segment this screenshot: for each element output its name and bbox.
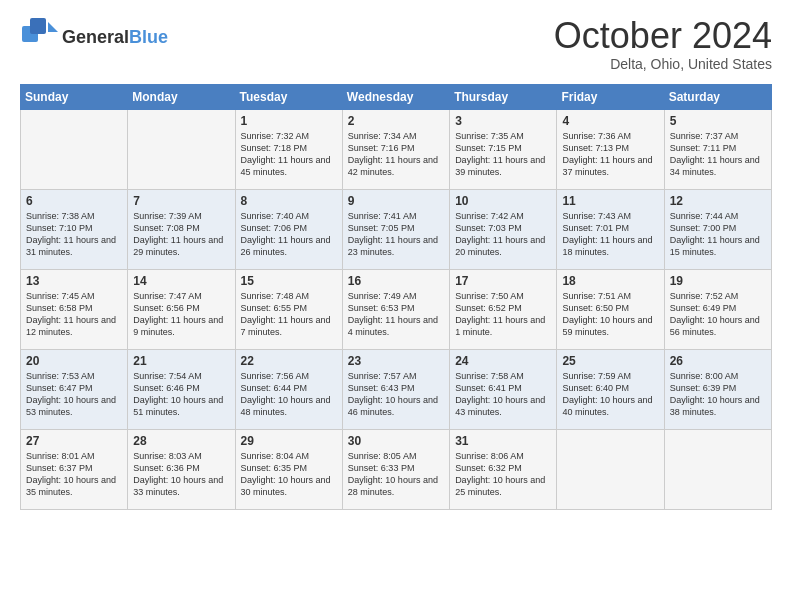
- week-row-4: 20Sunrise: 7:53 AM Sunset: 6:47 PM Dayli…: [21, 349, 772, 429]
- calendar-cell: 15Sunrise: 7:48 AM Sunset: 6:55 PM Dayli…: [235, 269, 342, 349]
- cell-info: Sunrise: 7:48 AM Sunset: 6:55 PM Dayligh…: [241, 290, 337, 339]
- day-number: 2: [348, 114, 444, 128]
- cell-info: Sunrise: 7:40 AM Sunset: 7:06 PM Dayligh…: [241, 210, 337, 259]
- week-row-2: 6Sunrise: 7:38 AM Sunset: 7:10 PM Daylig…: [21, 189, 772, 269]
- cell-info: Sunrise: 7:47 AM Sunset: 6:56 PM Dayligh…: [133, 290, 229, 339]
- cell-info: Sunrise: 7:51 AM Sunset: 6:50 PM Dayligh…: [562, 290, 658, 339]
- day-number: 19: [670, 274, 766, 288]
- calendar-cell: 2Sunrise: 7:34 AM Sunset: 7:16 PM Daylig…: [342, 109, 449, 189]
- calendar-cell: [128, 109, 235, 189]
- logo: GeneralBlue: [20, 16, 168, 58]
- cell-info: Sunrise: 7:57 AM Sunset: 6:43 PM Dayligh…: [348, 370, 444, 419]
- calendar-cell: 6Sunrise: 7:38 AM Sunset: 7:10 PM Daylig…: [21, 189, 128, 269]
- header-day-monday: Monday: [128, 84, 235, 109]
- day-number: 9: [348, 194, 444, 208]
- header-day-wednesday: Wednesday: [342, 84, 449, 109]
- cell-info: Sunrise: 7:49 AM Sunset: 6:53 PM Dayligh…: [348, 290, 444, 339]
- day-number: 27: [26, 434, 122, 448]
- cell-info: Sunrise: 7:54 AM Sunset: 6:46 PM Dayligh…: [133, 370, 229, 419]
- calendar-cell: 4Sunrise: 7:36 AM Sunset: 7:13 PM Daylig…: [557, 109, 664, 189]
- calendar-cell: 11Sunrise: 7:43 AM Sunset: 7:01 PM Dayli…: [557, 189, 664, 269]
- calendar-cell: 12Sunrise: 7:44 AM Sunset: 7:00 PM Dayli…: [664, 189, 771, 269]
- day-number: 15: [241, 274, 337, 288]
- calendar-cell: 1Sunrise: 7:32 AM Sunset: 7:18 PM Daylig…: [235, 109, 342, 189]
- cell-info: Sunrise: 7:38 AM Sunset: 7:10 PM Dayligh…: [26, 210, 122, 259]
- svg-rect-1: [30, 18, 46, 34]
- calendar-table: SundayMondayTuesdayWednesdayThursdayFrid…: [20, 84, 772, 510]
- calendar-cell: [21, 109, 128, 189]
- title-area: October 2024 Delta, Ohio, United States: [554, 16, 772, 72]
- calendar-cell: 28Sunrise: 8:03 AM Sunset: 6:36 PM Dayli…: [128, 429, 235, 509]
- day-number: 14: [133, 274, 229, 288]
- header: GeneralBlue October 2024 Delta, Ohio, Un…: [20, 16, 772, 72]
- header-day-thursday: Thursday: [450, 84, 557, 109]
- day-number: 5: [670, 114, 766, 128]
- cell-info: Sunrise: 7:50 AM Sunset: 6:52 PM Dayligh…: [455, 290, 551, 339]
- cell-info: Sunrise: 7:43 AM Sunset: 7:01 PM Dayligh…: [562, 210, 658, 259]
- calendar-cell: 5Sunrise: 7:37 AM Sunset: 7:11 PM Daylig…: [664, 109, 771, 189]
- day-number: 10: [455, 194, 551, 208]
- calendar-cell: 18Sunrise: 7:51 AM Sunset: 6:50 PM Dayli…: [557, 269, 664, 349]
- day-number: 7: [133, 194, 229, 208]
- cell-info: Sunrise: 8:05 AM Sunset: 6:33 PM Dayligh…: [348, 450, 444, 499]
- calendar-cell: 16Sunrise: 7:49 AM Sunset: 6:53 PM Dayli…: [342, 269, 449, 349]
- calendar-cell: 23Sunrise: 7:57 AM Sunset: 6:43 PM Dayli…: [342, 349, 449, 429]
- day-number: 31: [455, 434, 551, 448]
- calendar-cell: [664, 429, 771, 509]
- cell-info: Sunrise: 7:36 AM Sunset: 7:13 PM Dayligh…: [562, 130, 658, 179]
- calendar-cell: 29Sunrise: 8:04 AM Sunset: 6:35 PM Dayli…: [235, 429, 342, 509]
- day-number: 4: [562, 114, 658, 128]
- header-day-tuesday: Tuesday: [235, 84, 342, 109]
- cell-info: Sunrise: 7:45 AM Sunset: 6:58 PM Dayligh…: [26, 290, 122, 339]
- cell-info: Sunrise: 7:34 AM Sunset: 7:16 PM Dayligh…: [348, 130, 444, 179]
- day-number: 13: [26, 274, 122, 288]
- calendar-cell: 20Sunrise: 7:53 AM Sunset: 6:47 PM Dayli…: [21, 349, 128, 429]
- calendar-cell: 13Sunrise: 7:45 AM Sunset: 6:58 PM Dayli…: [21, 269, 128, 349]
- svg-marker-2: [48, 22, 58, 32]
- calendar-cell: 9Sunrise: 7:41 AM Sunset: 7:05 PM Daylig…: [342, 189, 449, 269]
- day-number: 25: [562, 354, 658, 368]
- day-number: 17: [455, 274, 551, 288]
- calendar-cell: 27Sunrise: 8:01 AM Sunset: 6:37 PM Dayli…: [21, 429, 128, 509]
- header-day-friday: Friday: [557, 84, 664, 109]
- cell-info: Sunrise: 7:59 AM Sunset: 6:40 PM Dayligh…: [562, 370, 658, 419]
- week-row-5: 27Sunrise: 8:01 AM Sunset: 6:37 PM Dayli…: [21, 429, 772, 509]
- day-number: 29: [241, 434, 337, 448]
- calendar-cell: 8Sunrise: 7:40 AM Sunset: 7:06 PM Daylig…: [235, 189, 342, 269]
- week-row-1: 1Sunrise: 7:32 AM Sunset: 7:18 PM Daylig…: [21, 109, 772, 189]
- day-number: 3: [455, 114, 551, 128]
- day-number: 12: [670, 194, 766, 208]
- day-number: 18: [562, 274, 658, 288]
- cell-info: Sunrise: 7:32 AM Sunset: 7:18 PM Dayligh…: [241, 130, 337, 179]
- cell-info: Sunrise: 7:41 AM Sunset: 7:05 PM Dayligh…: [348, 210, 444, 259]
- month-title: October 2024: [554, 16, 772, 56]
- day-number: 22: [241, 354, 337, 368]
- calendar-cell: 26Sunrise: 8:00 AM Sunset: 6:39 PM Dayli…: [664, 349, 771, 429]
- page: GeneralBlue October 2024 Delta, Ohio, Un…: [0, 0, 792, 526]
- location: Delta, Ohio, United States: [554, 56, 772, 72]
- calendar-cell: 25Sunrise: 7:59 AM Sunset: 6:40 PM Dayli…: [557, 349, 664, 429]
- day-number: 6: [26, 194, 122, 208]
- calendar-cell: 17Sunrise: 7:50 AM Sunset: 6:52 PM Dayli…: [450, 269, 557, 349]
- cell-info: Sunrise: 7:52 AM Sunset: 6:49 PM Dayligh…: [670, 290, 766, 339]
- calendar-cell: 24Sunrise: 7:58 AM Sunset: 6:41 PM Dayli…: [450, 349, 557, 429]
- day-number: 23: [348, 354, 444, 368]
- day-number: 20: [26, 354, 122, 368]
- calendar-cell: 14Sunrise: 7:47 AM Sunset: 6:56 PM Dayli…: [128, 269, 235, 349]
- day-number: 21: [133, 354, 229, 368]
- day-number: 1: [241, 114, 337, 128]
- day-number: 16: [348, 274, 444, 288]
- calendar-cell: 21Sunrise: 7:54 AM Sunset: 6:46 PM Dayli…: [128, 349, 235, 429]
- logo-icon: [20, 16, 58, 54]
- calendar-cell: 19Sunrise: 7:52 AM Sunset: 6:49 PM Dayli…: [664, 269, 771, 349]
- logo-text-blue: Blue: [129, 27, 168, 47]
- day-number: 28: [133, 434, 229, 448]
- calendar-cell: 31Sunrise: 8:06 AM Sunset: 6:32 PM Dayli…: [450, 429, 557, 509]
- calendar-cell: 10Sunrise: 7:42 AM Sunset: 7:03 PM Dayli…: [450, 189, 557, 269]
- cell-info: Sunrise: 7:56 AM Sunset: 6:44 PM Dayligh…: [241, 370, 337, 419]
- cell-info: Sunrise: 8:06 AM Sunset: 6:32 PM Dayligh…: [455, 450, 551, 499]
- calendar-cell: 3Sunrise: 7:35 AM Sunset: 7:15 PM Daylig…: [450, 109, 557, 189]
- cell-info: Sunrise: 7:44 AM Sunset: 7:00 PM Dayligh…: [670, 210, 766, 259]
- header-day-sunday: Sunday: [21, 84, 128, 109]
- calendar-cell: [557, 429, 664, 509]
